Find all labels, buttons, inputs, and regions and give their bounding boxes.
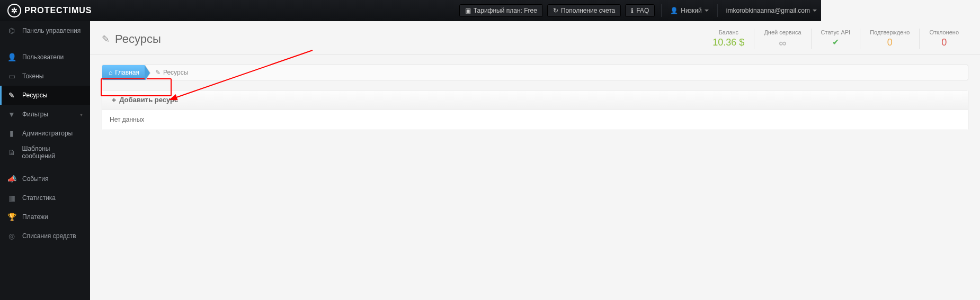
sidebar-item-label: Статистика xyxy=(22,194,56,202)
sidebar-separator xyxy=(0,40,90,48)
stat-label: Дней сервиса xyxy=(764,29,801,37)
stat-days: Дней сервиса ∞ xyxy=(754,29,810,49)
stat-balance: Баланс 10.36 $ xyxy=(703,29,754,49)
header-stats: Баланс 10.36 $ Дней сервиса ∞ Статус API… xyxy=(703,29,821,49)
page-header: ✎ Ресурсы Баланс 10.36 $ Дней сервиса ∞ … xyxy=(90,21,821,55)
edit-icon: ✎ xyxy=(155,69,161,76)
stat-value: 10.36 $ xyxy=(712,37,744,48)
breadcrumb-current: ✎ Ресурсы xyxy=(145,69,194,76)
megaphone-icon: 📣 xyxy=(7,175,16,183)
home-icon: ⌂ xyxy=(109,69,112,76)
page-title-text: Ресурсы xyxy=(115,32,161,46)
breadcrumb-current-label: Ресурсы xyxy=(163,69,188,76)
panel-header: + Добавить ресурс xyxy=(102,90,821,110)
stat-label: Баланс xyxy=(712,29,744,37)
edit-icon: ✎ xyxy=(7,91,16,99)
page-title: ✎ Ресурсы xyxy=(102,32,161,46)
risk-level-label: Низкий xyxy=(681,7,702,14)
tariff-plan-label: Тарифный план: Free xyxy=(474,7,537,14)
stat-api: Статус API ✔ xyxy=(811,29,821,49)
sidebar-item-label: Ресурсы xyxy=(22,92,47,99)
sidebar-item-admins[interactable]: ▮ Администраторы xyxy=(0,124,90,143)
chevron-down-icon: ▾ xyxy=(80,112,83,117)
sidebar-item-filters[interactable]: ▼ Фильтры ▾ xyxy=(0,105,90,124)
sidebar-item-label: Фильтры xyxy=(22,111,48,118)
chart-icon: ▥ xyxy=(7,194,16,202)
sidebar-item-resources[interactable]: ✎ Ресурсы xyxy=(0,86,90,105)
panel-body: Нет данных xyxy=(102,110,821,130)
risk-level-dropdown[interactable]: 👤 Низкий xyxy=(666,7,713,14)
sidebar-item-label: Платежи xyxy=(22,213,48,221)
sidebar-item-writeoffs[interactable]: ◎ Списания средств xyxy=(0,226,90,246)
refresh-icon: ↻ xyxy=(553,7,558,14)
brand-text: PROTECTIMUS xyxy=(24,6,92,15)
add-resource-button[interactable]: + Добавить ресурс xyxy=(109,94,181,106)
document-icon: 🗎 xyxy=(7,148,15,157)
info-icon: ℹ xyxy=(631,7,634,14)
users-icon: 👤 xyxy=(7,53,16,61)
resources-panel: + Добавить ресурс Нет данных xyxy=(102,90,821,130)
sidebar-item-label: Токены xyxy=(22,72,43,80)
sidebar-item-payments[interactable]: 🏆 Платежи xyxy=(0,207,90,226)
recharge-label: Пополнение счета xyxy=(561,7,615,14)
sidebar-item-stats[interactable]: ▥ Статистика xyxy=(0,188,90,207)
chevron-down-icon xyxy=(705,10,709,12)
brand-icon: ✲ xyxy=(7,4,21,17)
edit-icon: ✎ xyxy=(102,33,110,45)
content-area: ⌂ Главная ✎ Ресурсы + Добавить ресурс Не… xyxy=(90,55,821,140)
sidebar-item-users[interactable]: 👤 Пользователи xyxy=(0,48,90,67)
sidebar-item-label: Пользователи xyxy=(22,53,64,61)
trophy-icon: 🏆 xyxy=(7,213,16,221)
sidebar-item-tokens[interactable]: ▭ Токены xyxy=(0,67,90,86)
sidebar-item-label: Панель управления xyxy=(22,27,81,34)
sidebar-separator xyxy=(0,162,90,169)
sidebar-item-templates[interactable]: 🗎 Шаблоны сообщений xyxy=(0,143,90,162)
topbar-right: ▣ Тарифный план: Free ↻ Пополнение счета… xyxy=(457,0,821,21)
sidebar-item-dashboard[interactable]: ⌬ Панель управления xyxy=(0,21,90,40)
faq-button[interactable]: ℹ FAQ xyxy=(625,4,655,17)
sidebar-item-label: Списания средств xyxy=(22,232,76,240)
user-icon: 👤 xyxy=(670,7,678,14)
plus-icon: + xyxy=(112,96,116,104)
add-resource-label: Добавить ресурс xyxy=(119,96,178,104)
filter-icon: ▼ xyxy=(7,110,16,119)
infinity-icon: ∞ xyxy=(764,37,801,49)
coins-icon: ◎ xyxy=(7,232,16,240)
recharge-button[interactable]: ↻ Пополнение счета xyxy=(547,4,621,17)
tariff-plan-button[interactable]: ▣ Тарифный план: Free xyxy=(459,4,543,17)
breadcrumb-home[interactable]: ⌂ Главная xyxy=(102,65,145,80)
bars-icon: ▮ xyxy=(7,129,16,138)
sidebar-item-events[interactable]: 📣 События xyxy=(0,169,90,188)
breadcrumb-home-label: Главная xyxy=(115,69,139,76)
top-bar: ✲ PROTECTIMUS ▣ Тарифный план: Free ↻ По… xyxy=(0,0,821,21)
sidebar-item-label: Администраторы xyxy=(22,130,73,137)
empty-state-text: Нет данных xyxy=(110,116,144,123)
sidebar-item-label: Шаблоны сообщений xyxy=(22,145,83,160)
tokens-icon: ▭ xyxy=(7,72,16,80)
sidebar: ⌬ Панель управления 👤 Пользователи ▭ Ток… xyxy=(0,21,90,251)
breadcrumb: ⌂ Главная ✎ Ресурсы xyxy=(102,65,821,80)
money-icon: ▣ xyxy=(465,7,471,14)
brand-logo[interactable]: ✲ PROTECTIMUS xyxy=(0,4,99,17)
account-email: imkorobkinaanna@gmail.com xyxy=(726,7,810,14)
sidebar-item-label: События xyxy=(22,175,49,183)
chevron-down-icon xyxy=(813,10,817,12)
faq-label: FAQ xyxy=(636,7,649,14)
main-content: ✎ Ресурсы Баланс 10.36 $ Дней сервиса ∞ … xyxy=(90,21,821,251)
dashboard-icon: ⌬ xyxy=(7,26,16,35)
account-dropdown[interactable]: imkorobkinaanna@gmail.com xyxy=(722,7,821,14)
